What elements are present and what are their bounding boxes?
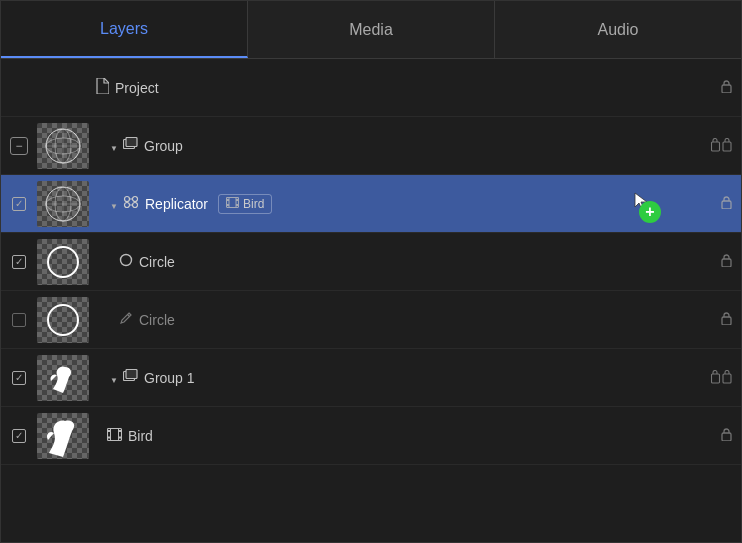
lock-area-project: [693, 79, 733, 96]
row-content-circle2: Circle: [95, 311, 693, 328]
svg-rect-8: [126, 138, 137, 147]
svg-point-19: [125, 203, 130, 208]
circle-icon1: [119, 253, 133, 270]
replicator-icon: [123, 195, 139, 212]
layers-list: Project: [1, 59, 741, 542]
svg-line-35: [128, 315, 130, 317]
layer-name-replicator: Replicator: [145, 196, 208, 212]
tab-bar: Layers Media Audio: [1, 1, 741, 59]
row-content-bird: Bird: [95, 428, 693, 444]
svg-rect-39: [712, 374, 720, 383]
row-content-group: Group: [95, 137, 693, 154]
source-badge-bird[interactable]: Bird: [218, 194, 272, 214]
svg-rect-45: [108, 436, 111, 438]
checkbox-area-circle2[interactable]: [1, 313, 37, 327]
layer-name-group1: Group 1: [144, 370, 195, 386]
checkbox-replicator[interactable]: [12, 197, 26, 211]
tab-layers[interactable]: Layers: [1, 1, 248, 58]
svg-rect-34: [722, 259, 731, 267]
layer-row-circle1[interactable]: Circle: [1, 233, 741, 291]
checkbox-area-circle1[interactable]: [1, 255, 37, 269]
checkbox-group1[interactable]: [12, 371, 26, 385]
tab-audio[interactable]: Audio: [495, 1, 741, 58]
row-content-group1: Group 1: [95, 369, 693, 386]
bird-thumb-group1: [37, 355, 89, 401]
layer-name-bird: Bird: [128, 428, 153, 444]
thumbnail-group: [37, 123, 89, 169]
lock-area-bird: [693, 427, 733, 444]
group-icon-group1: [123, 369, 138, 386]
checkbox-area-bird[interactable]: [1, 429, 37, 443]
triangle-group[interactable]: [107, 139, 121, 153]
stack-lock-icon-group: [711, 138, 733, 154]
svg-point-18: [133, 197, 138, 202]
layer-name-project: Project: [115, 80, 159, 96]
checkbox-area-group[interactable]: [1, 137, 37, 155]
svg-rect-46: [119, 430, 122, 432]
layer-row-bird[interactable]: Bird: [1, 407, 741, 465]
svg-rect-30: [236, 199, 239, 201]
film-icon-badge: [226, 197, 239, 210]
pen-icon-circle2: [119, 311, 133, 328]
circle-thumb-content1: [47, 246, 79, 278]
thumbnail-bird: [37, 413, 89, 459]
layer-name-circle2: Circle: [139, 312, 175, 328]
lock-area-group1: [693, 370, 733, 386]
checkbox-area-group1[interactable]: [1, 371, 37, 385]
svg-rect-28: [227, 199, 230, 201]
svg-rect-48: [722, 433, 731, 441]
document-icon: [95, 78, 109, 97]
circle-thumb-content2: [47, 304, 79, 336]
row-content-project: Project: [95, 78, 693, 97]
svg-rect-47: [119, 436, 122, 438]
stack-lock-icon-group1: [711, 370, 733, 386]
svg-rect-32: [722, 201, 731, 209]
minus-checkbox-group[interactable]: [10, 137, 28, 155]
tab-media[interactable]: Media: [248, 1, 495, 58]
main-panel: Layers Media Audio Project: [0, 0, 742, 543]
svg-point-20: [133, 203, 138, 208]
no-thumb-project: [37, 65, 89, 111]
thumbnail-group1: [37, 355, 89, 401]
layer-name-circle1: Circle: [139, 254, 175, 270]
svg-rect-40: [723, 374, 731, 383]
layer-row-circle2[interactable]: Circle: [1, 291, 741, 349]
svg-point-17: [125, 197, 130, 202]
thumbnail-circle1: [37, 239, 89, 285]
row-content-replicator: Replicator Bird: [95, 194, 693, 214]
layer-name-group: Group: [144, 138, 183, 154]
svg-rect-36: [722, 317, 731, 325]
badge-text-bird: Bird: [243, 197, 264, 211]
svg-rect-38: [126, 370, 137, 379]
bird-thumb-bird: [37, 413, 89, 459]
checkbox-circle1[interactable]: [12, 255, 26, 269]
thumbnail-replicator: [37, 181, 89, 227]
svg-rect-9: [712, 142, 720, 151]
row-content-circle1: Circle: [95, 253, 693, 270]
lock-icon-circle2: [720, 311, 733, 328]
lock-icon-circle1: [720, 253, 733, 270]
sphere-icon-replicator: [37, 181, 89, 227]
lock-icon-replicator: [720, 195, 733, 212]
group-icon-group: [123, 137, 138, 154]
checkbox-area-replicator[interactable]: [1, 197, 37, 211]
lock-area-circle2: [693, 311, 733, 328]
checkbox-bird[interactable]: [12, 429, 26, 443]
layer-row-project[interactable]: Project: [1, 59, 741, 117]
lock-area-group: [693, 138, 733, 154]
sphere-icon-group: [37, 123, 89, 169]
lock-area-replicator: [693, 195, 733, 212]
triangle-group1[interactable]: [107, 371, 121, 385]
checkbox-circle2[interactable]: [12, 313, 26, 327]
lock-area-circle1: [693, 253, 733, 270]
layer-row-group1[interactable]: Group 1: [1, 349, 741, 407]
layer-row-replicator[interactable]: Replicator Bird +: [1, 175, 741, 233]
svg-rect-31: [236, 204, 239, 206]
thumbnail-circle2: [37, 297, 89, 343]
lock-icon-project: [720, 79, 733, 96]
triangle-replicator[interactable]: [107, 197, 121, 211]
film-icon-bird: [107, 428, 122, 444]
svg-rect-10: [723, 142, 731, 151]
layer-row-group[interactable]: Group: [1, 117, 741, 175]
svg-rect-29: [227, 204, 230, 206]
